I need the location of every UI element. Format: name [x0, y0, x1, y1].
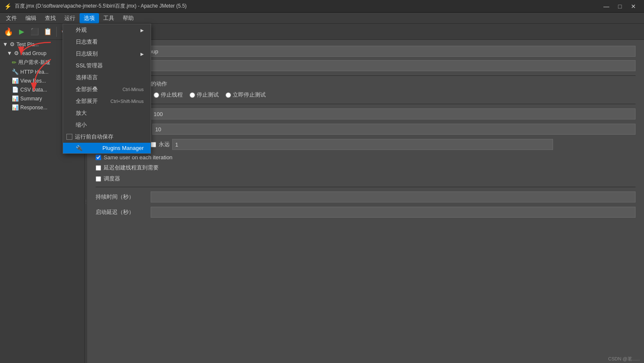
status-text: CSDN @茗...... [608, 356, 640, 361]
radio-stoptest[interactable]: 停止测试 [190, 91, 219, 99]
divider3 [96, 187, 636, 187]
delay-create-row: 延迟创建线程直到需要 [96, 164, 636, 172]
window-title: 百度.jmx (D:\software\apache-jmeter-5.5\bi… [15, 3, 187, 10]
users-label: 用户需求-新建 [18, 59, 50, 66]
title-bar: ⚡ 百度.jmx (D:\software\apache-jmeter-5.5\… [0, 0, 644, 13]
summary-icon: 📊 [12, 95, 19, 102]
menu-log-view[interactable]: 日志查看 [63, 36, 151, 48]
delay-create-checkbox[interactable] [96, 165, 101, 171]
viewres-icon: 📊 [12, 78, 19, 84]
zoomout-label: 缩小 [76, 121, 87, 129]
ssl-label: SSL管理器 [76, 62, 103, 69]
menu-tools[interactable]: 工具 [99, 13, 118, 23]
csv-icon: 📄 [12, 86, 19, 93]
comments-input[interactable] [121, 60, 636, 71]
name-input[interactable] [121, 46, 636, 57]
content-area: 名称： 注释： 在取样器错误后要执行的动作 启动下一进程循环 停止线程 停止测试 [87, 40, 644, 363]
radio-group: 启动下一进程循环 停止线程 停止测试 立即停止测试 [96, 91, 636, 99]
startdelay-label: 启动延迟（秒） [96, 208, 151, 216]
scheduler-row: 调度器 [96, 175, 636, 183]
loop-row: 循环次数 永远 [96, 139, 636, 150]
minimize-btn[interactable]: — [600, 0, 613, 13]
toolbar-separator [56, 27, 57, 37]
menu-options[interactable]: 选项 [80, 13, 99, 23]
users-icon: ✏ [12, 59, 17, 66]
radio-stoptest-label: 停止测试 [197, 91, 219, 99]
divider1 [96, 75, 636, 76]
log-view-label: 日志查看 [76, 38, 98, 46]
same-user-row: Same user on each iteration [96, 154, 636, 161]
collapse-shortcut: Ctrl-Minus [122, 87, 143, 92]
arrow-icon2: ▶ [140, 52, 144, 56]
window-controls: — □ ✕ [600, 0, 640, 13]
threads-row: 线程数： [96, 108, 636, 119]
radio-stopthread-label: 停止线程 [161, 91, 183, 99]
menu-search[interactable]: 查找 [41, 13, 60, 23]
forever-checkbox[interactable] [151, 142, 156, 147]
menu-language[interactable]: 选择语言 [63, 72, 151, 83]
toolbar-btn3[interactable]: 📋 [42, 26, 54, 38]
duration-label: 持续时间（秒） [96, 193, 151, 201]
menu-plugins[interactable]: 🔌 Plugins Manager [63, 143, 151, 153]
response-icon: 📊 [12, 104, 19, 111]
menu-edit[interactable]: 编辑 [21, 13, 41, 23]
close-btn[interactable]: ✕ [627, 0, 640, 13]
menu-zoomout[interactable]: 缩小 [63, 119, 151, 131]
divider2 [96, 104, 636, 104]
name-row: 名称： [96, 46, 636, 57]
testplan-icon: ⚙ [10, 41, 15, 47]
toolbar-open[interactable]: ▶ [16, 26, 28, 38]
testplan-label: Test Pla... [17, 42, 39, 47]
response-label: Response... [20, 105, 47, 111]
plugins-icon: 🔌 [76, 145, 83, 151]
scheduler-checkbox[interactable] [96, 176, 101, 182]
menu-autosave[interactable]: 运行前自动保存 [63, 131, 151, 143]
maximize-btn[interactable]: □ [614, 0, 626, 13]
appearance-label: 外观 [76, 26, 87, 34]
startdelay-input[interactable] [151, 207, 636, 218]
forever-label: 永远 [159, 141, 170, 148]
threadgroup-label: read Group [21, 50, 47, 56]
autosave-label: 运行前自动保存 [75, 133, 113, 141]
menu-collapse[interactable]: 全部折叠 Ctrl-Minus [63, 83, 151, 95]
menu-ssl[interactable]: SSL管理器 [63, 60, 151, 72]
http-label: HTTP Hea... [20, 69, 48, 75]
menu-expand[interactable]: 全部展开 Ctrl+Shift-Minus [63, 95, 151, 107]
arrow-icon: ▶ [140, 28, 144, 33]
expand-label: 全部展开 [76, 97, 98, 105]
comments-row: 注释： [96, 60, 636, 71]
rampup-row: Ramp-Up时间（秒）： [96, 124, 636, 135]
radio-stopthread[interactable]: 停止线程 [154, 91, 183, 99]
duration-row: 持续时间（秒） [96, 191, 636, 202]
menu-appearance[interactable]: 外观 ▶ [63, 24, 151, 36]
menu-zoomin[interactable]: 放大 [63, 107, 151, 119]
log-level-label: 日志级别 [76, 50, 98, 58]
expand-shortcut: Ctrl+Shift-Minus [110, 99, 144, 104]
menu-log-level[interactable]: 日志级别 ▶ [63, 48, 151, 60]
action-label: 在取样器错误后要执行的动作 [96, 80, 636, 88]
scheduler-label: 调度器 [104, 175, 120, 183]
threadgroup-icon: ⚙ [14, 50, 19, 56]
app-icon: ⚡ [4, 3, 11, 10]
csv-label: CSV Data... [20, 87, 47, 93]
viewres-label: View Res... [20, 78, 46, 84]
loop-input[interactable] [172, 139, 553, 150]
toolbar-save[interactable]: ⬛ [29, 26, 41, 38]
duration-input[interactable] [151, 191, 636, 202]
radio-stopnow-label: 立即停止测试 [233, 91, 266, 99]
options-dropdown: 外观 ▶ 日志查看 日志级别 ▶ SSL管理器 选择语言 全部折叠 Ctrl-M… [63, 24, 151, 154]
rampup-input[interactable] [152, 124, 636, 135]
toolbar-new[interactable]: 🔥 [3, 26, 14, 38]
summary-label: Summary [20, 96, 42, 102]
menu-help[interactable]: 帮助 [118, 13, 138, 23]
language-label: 选择语言 [76, 74, 98, 81]
expand-icon: ▼ [3, 41, 8, 47]
menu-run[interactable]: 运行 [60, 13, 80, 23]
zoomin-label: 放大 [76, 109, 87, 117]
same-user-checkbox[interactable] [96, 155, 101, 160]
threads-input[interactable] [151, 108, 636, 119]
radio-stopnow[interactable]: 立即停止测试 [226, 91, 266, 99]
menu-file[interactable]: 文件 [2, 13, 21, 23]
same-user-label: Same user on each iteration [104, 154, 173, 161]
plugins-label: Plugins Manager [102, 145, 144, 151]
